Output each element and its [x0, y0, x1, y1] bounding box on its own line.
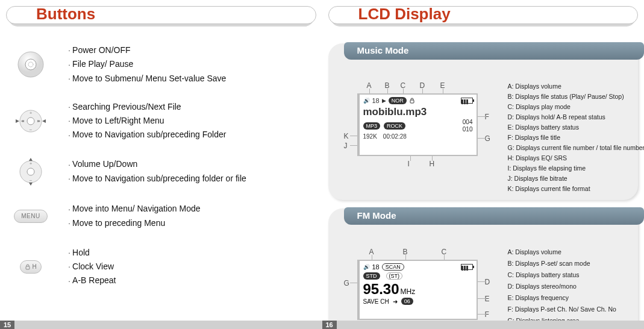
fm-mode-panel: FM Mode A B C G D E F 🔊 [328, 208, 639, 329]
legend-item: G: Displays current file number / total … [508, 143, 645, 153]
lock-icon [409, 98, 415, 104]
fm-marker-g: G [344, 279, 349, 287]
marker-j: J [344, 142, 348, 150]
list-item: File Play/ Pause [69, 57, 226, 71]
leftright-button-list: Searching Previous/Next File Move to Lef… [69, 100, 226, 142]
list-item: Volume Up/Down [69, 157, 246, 171]
music-mode-panel: Music Mode A B C D E K J F G I H [328, 43, 639, 200]
buttons-page: Buttons Power ON/OFF File Play/ Pause Mo… [0, 0, 322, 329]
channel-number: 06 [401, 298, 413, 305]
svg-rect-11 [26, 266, 30, 269]
page-number-right: 16 [322, 321, 337, 329]
legend-item: D: Displays hold/ A-B repeat status [508, 112, 645, 122]
arrow-icon: ➜ [393, 298, 398, 305]
fm-marker-d: D [485, 278, 490, 286]
page-bar-left: 15 [0, 321, 322, 329]
svg-point-1 [25, 59, 36, 70]
fm-lcd: 🔊 18 SCAN STD (ST) 95.30MHz SAVE CH [357, 260, 478, 320]
marker-i: I [408, 160, 410, 168]
svg-point-8 [27, 168, 34, 175]
menu-button-icon: MENU [11, 201, 51, 231]
hold-button-list: Hold Clock View A-B Repeat [69, 246, 116, 288]
legend-item: C: Displays play mode [508, 102, 645, 112]
area-badge: STD [363, 272, 380, 280]
list-item: Power ON/OFF [69, 43, 226, 57]
updown-button-icon: + − [11, 157, 51, 187]
list-item: Clock View [69, 260, 116, 274]
music-lcd-wrap: A B C D E K J F G I H [333, 81, 502, 171]
button-row-center: Power ON/OFF File Play/ Pause Move to Su… [11, 43, 316, 86]
buttons-title: Buttons [36, 5, 95, 24]
lcd-bitrate: 192K [363, 133, 377, 140]
hold-button-icon: H [11, 252, 51, 282]
legend-item: E: Displays frequency [508, 292, 634, 304]
list-item: Move to preceding Menu [69, 216, 201, 230]
fm-mode-tab: FM Mode [344, 207, 645, 225]
fm-marker-f: F [485, 310, 489, 319]
scan-badge: SCAN [382, 263, 404, 271]
svg-text:−: − [30, 178, 33, 183]
legend-item: H: Displays EQ/ SRS [508, 153, 645, 163]
legend-item: A: Displays volume [508, 81, 645, 92]
svg-rect-12 [410, 100, 414, 103]
save-ch-label: SAVE CH [363, 298, 389, 305]
list-item: Searching Previous/Next File [69, 100, 226, 114]
marker-k: K [344, 132, 349, 140]
list-item: Move to Navigation sub/preceding folder … [69, 172, 246, 186]
list-item: Move into Menu/ Navigation Mode [69, 202, 201, 216]
lcd-title: LCD Display [358, 5, 451, 24]
legend-item: B: Displays P-set/ scan mode [508, 258, 634, 269]
fm-legend: A: Displays volume B: Displays P-set/ sc… [508, 246, 634, 329]
eq-badge: ROCK [384, 122, 405, 130]
list-item: Hold [69, 246, 116, 260]
stereo-badge: ST [391, 273, 398, 279]
legend-item: F: Displays P-set Ch. No/ Save Ch. No [508, 304, 634, 315]
updown-button-list: Volume Up/Down Move to Navigation sub/pr… [69, 157, 246, 186]
menu-button-list: Move into Menu/ Navigation Mode Move to … [69, 202, 201, 230]
lcd-elapsed: 00:02:28 [383, 133, 407, 140]
legend-item: C: Displays battery status [508, 269, 634, 281]
battery-icon [461, 98, 473, 104]
lcd-volume: 18 [372, 97, 380, 104]
legend-item: B: Displays file status (Play/ Pause/ St… [508, 92, 645, 102]
legend-item: J: Displays file bitrate [508, 174, 645, 184]
legend-item: F: Displays file title [508, 133, 645, 143]
svg-text:+: + [30, 110, 33, 116]
list-item: Move to Navigation sub/preceding Folder [69, 128, 226, 142]
lcd-file-title: mobiblu.mp3 [363, 106, 473, 118]
legend-item: D: Displays stereo/mono [508, 281, 634, 292]
button-row-menu: MENU Move into Menu/ Navigation Mode Mov… [11, 201, 316, 231]
fm-marker-e: E [485, 295, 490, 303]
music-mode-tab: Music Mode [344, 42, 645, 60]
list-item: Move to Left/Right Menu [69, 114, 226, 128]
music-legend: A: Displays volume B: Displays file stat… [508, 81, 645, 194]
lcd-cur: 004 [463, 119, 473, 126]
fm-unit: MHz [401, 287, 416, 296]
fm-frequency: 95.30 [363, 281, 399, 297]
lcd-total: 010 [463, 126, 473, 133]
svg-text:−: − [30, 127, 33, 133]
fm-volume: 18 [372, 263, 380, 271]
mode-badge: NOR [389, 97, 407, 104]
format-badge: MP3 [363, 122, 381, 130]
marker-h: H [430, 160, 435, 168]
marker-f: F [485, 113, 489, 121]
list-item: Move to Submenu/ Menu Set-value Save [69, 72, 226, 86]
button-row-hold: H Hold Clock View A-B Repeat [11, 246, 316, 288]
center-button-list: Power ON/OFF File Play/ Pause Move to Su… [69, 43, 226, 86]
play-icon: ▶ [382, 98, 386, 104]
button-row-updown: + − Volume Up/Down Move to Navigation su… [11, 157, 316, 187]
legend-item: E: Displays battery status [508, 122, 645, 133]
music-lcd: 🔊 18 ▶ NOR mobiblu.mp3 MP3 ROCK 004 010 [357, 93, 478, 156]
center-button-icon [11, 49, 51, 80]
legend-item: K: Displays current file format [508, 184, 645, 194]
svg-text:+: + [30, 161, 33, 166]
fm-lcd-wrap: A B C G D E F 🔊 18 SCAN [333, 246, 502, 329]
marker-g: G [485, 134, 490, 143]
list-item: A-B Repeat [69, 274, 116, 287]
button-descriptions: Power ON/OFF File Play/ Pause Move to Su… [6, 43, 316, 288]
lcd-title-tab: LCD Display [328, 4, 639, 31]
page-bar-right: 16 [322, 321, 645, 329]
battery-icon [461, 264, 473, 270]
lcd-page: LCD Display Music Mode A B C D E K J F G… [322, 0, 645, 329]
